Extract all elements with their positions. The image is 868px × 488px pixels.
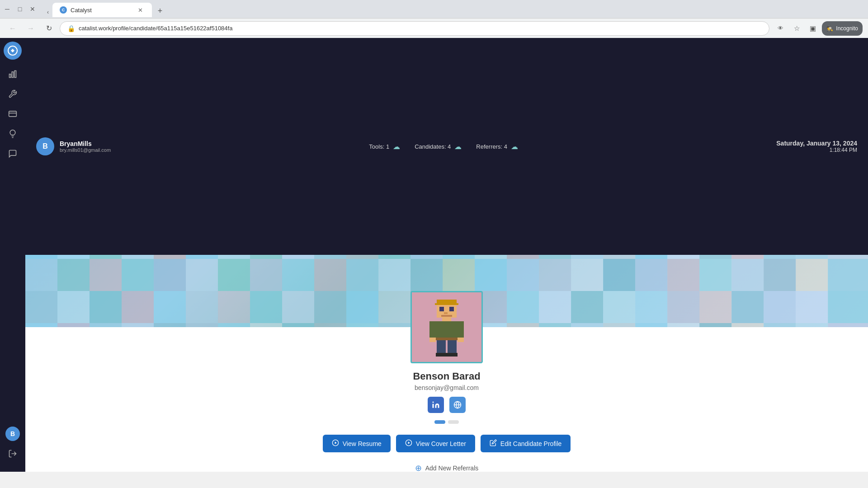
svg-rect-109 [828,323,868,327]
edit-candidate-profile-label: Edit Candidate Profile [500,440,561,447]
view-resume-icon [332,439,339,448]
back-button[interactable]: ← [5,21,20,36]
svg-rect-127 [447,353,458,357]
svg-rect-20 [475,255,507,259]
svg-rect-106 [731,323,764,327]
sidebar-item-messages[interactable] [4,145,22,163]
svg-rect-66 [282,291,314,323]
tools-stat: Tools: 1 ☁ [369,142,400,151]
svg-rect-12 [218,255,250,259]
linkedin-button[interactable] [428,397,444,413]
view-resume-button[interactable]: View Resume [323,435,391,452]
sidebar-item-analytics[interactable] [4,65,22,83]
svg-rect-107 [764,323,796,327]
tools-label: Tools: 1 [369,143,389,150]
sidebar-item-cards[interactable] [4,105,22,123]
tab-back-button[interactable]: ‹ [45,7,51,17]
website-button[interactable] [449,397,466,413]
svg-rect-115 [444,312,448,314]
close-button[interactable]: ✕ [29,5,36,13]
svg-rect-84 [25,323,57,327]
svg-rect-32 [25,259,57,291]
profile-name: Benson Barad [413,371,480,382]
svg-rect-114 [449,307,454,311]
svg-marker-132 [335,441,336,444]
view-cover-letter-icon [405,439,412,448]
svg-rect-59 [57,291,90,323]
candidates-icon: ☁ [454,142,462,151]
svg-rect-34 [90,259,122,291]
browser-tab[interactable]: C Catalyst ✕ [52,3,152,17]
svg-rect-31 [828,255,868,259]
address-bar[interactable]: 🔒 catalist.work/profile/candidate/65a115… [60,21,769,36]
svg-rect-92 [282,323,314,327]
svg-rect-9 [122,255,154,259]
svg-rect-37 [186,259,218,291]
svg-rect-63 [186,291,218,323]
refresh-button[interactable]: ↻ [42,21,56,36]
add-referrals-label: Add New Referrals [425,465,479,472]
svg-rect-108 [796,323,828,327]
svg-rect-24 [603,255,635,259]
tab-favicon: C [60,6,67,14]
sidebar-logo[interactable] [4,42,22,60]
svg-rect-45 [443,259,475,291]
svg-rect-21 [507,255,539,259]
header-stats: Tools: 1 ☁ Candidates: 4 ☁ Referrers: 4 … [111,142,776,151]
svg-rect-29 [764,255,796,259]
tab-close-button[interactable]: ✕ [136,6,145,14]
svg-rect-113 [439,307,444,311]
header-user-section: B BryanMills bry.mills01@gmail.com [36,137,111,155]
svg-rect-33 [57,259,90,291]
svg-rect-69 [378,291,410,323]
view-cover-letter-button[interactable]: View Cover Letter [396,435,475,452]
header-user-info: BryanMills bry.mills01@gmail.com [60,140,111,153]
svg-rect-40 [282,259,314,291]
svg-rect-121 [429,338,436,342]
svg-rect-80 [731,291,764,323]
bookmark-icon[interactable]: ☆ [789,21,804,36]
svg-rect-2 [12,72,13,78]
new-tab-button[interactable]: + [154,5,166,17]
svg-rect-49 [571,259,603,291]
profile-actions: View Resume View Cover Letter [323,435,571,452]
svg-rect-26 [667,255,699,259]
svg-rect-51 [635,259,667,291]
svg-rect-73 [507,291,539,323]
top-header: B BryanMills bry.mills01@gmail.com Tools… [25,38,868,255]
svg-rect-119 [429,321,436,338]
incognito-icon: 🕵 [826,25,833,32]
svg-rect-56 [796,259,828,291]
svg-rect-47 [507,259,539,291]
sidebar-logout-icon[interactable] [4,445,22,463]
forward-button[interactable]: → [24,21,38,36]
header-user-email: bry.mills01@gmail.com [60,147,111,153]
sidebar-item-tools[interactable] [4,85,22,103]
add-referrals-button[interactable]: ⊕ Add New Referrals [415,463,479,472]
edit-candidate-profile-button[interactable]: Edit Candidate Profile [481,435,571,452]
svg-rect-88 [154,323,186,327]
sidebar-user-avatar[interactable]: B [5,427,20,441]
profile-social-links [428,397,466,413]
indicator-dot-inactive [448,420,459,424]
svg-rect-57 [828,259,868,291]
svg-rect-83 [828,291,868,323]
svg-rect-15 [314,255,346,259]
svg-rect-60 [90,291,122,323]
profile-section: Benson Barad bensonjay@gmail.com [25,327,868,472]
svg-rect-105 [699,323,731,327]
svg-rect-100 [539,323,571,327]
svg-rect-93 [314,323,346,327]
side-panel-icon[interactable]: ▣ [806,21,820,36]
eye-off-icon[interactable]: 👁 [773,21,788,36]
sidebar-item-ideas[interactable] [4,125,22,143]
maximize-button[interactable]: □ [16,5,24,13]
header-datetime: Saturday, January 13, 2024 1:18:44 PM [776,140,857,153]
minimize-button[interactable]: ─ [4,5,11,13]
header-time: 1:18:44 PM [776,147,857,153]
incognito-label: Incognito [836,25,858,32]
svg-rect-35 [122,259,154,291]
window-controls[interactable]: ─ □ ✕ [4,5,36,13]
header-username: BryanMills [60,140,111,147]
profile-email: bensonjay@gmail.com [415,384,479,391]
